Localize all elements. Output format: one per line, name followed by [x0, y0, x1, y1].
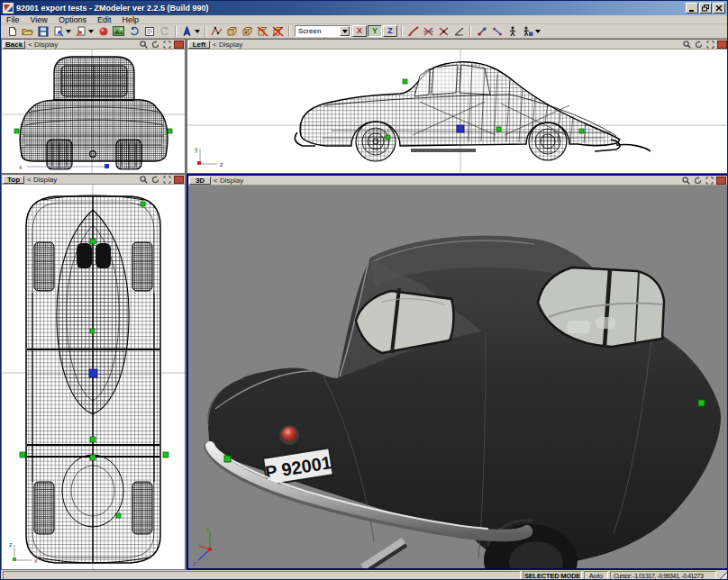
animation-dropdown-arrow[interactable] [535, 30, 541, 33]
render-sphere-button[interactable] [96, 25, 111, 38]
new-file-button[interactable] [5, 25, 20, 38]
ik-tool-icon [492, 26, 503, 37]
svg-text:z: z [193, 560, 196, 566]
viewport-area: Back < Display [1, 39, 728, 570]
viewport-back-display-button[interactable]: < Display [28, 41, 139, 49]
restore-button[interactable] [699, 3, 712, 14]
orbit-icon[interactable] [693, 177, 703, 185]
animation-figure-button[interactable] [520, 25, 535, 38]
resize-grip[interactable] [718, 571, 727, 580]
svg-text:x: x [34, 557, 38, 564]
window-title: 92001 export tests - ZModeler ver 2.2.5 … [16, 4, 685, 13]
viewport-back-name-button[interactable]: Back [3, 41, 25, 49]
maximize-viewport-icon[interactable] [717, 41, 727, 49]
expand-icon[interactable] [162, 41, 172, 49]
export-dropdown-arrow[interactable] [66, 30, 71, 33]
statusbar: SELECTED MODE Auto Cursor: -1.01317, -0.… [1, 570, 728, 580]
menu-help[interactable]: Help [116, 15, 144, 24]
viewport-3d-display-button[interactable]: < Display [214, 177, 681, 185]
combobox-dropdown-button[interactable] [340, 26, 350, 36]
axis-x-button[interactable]: X [352, 25, 367, 37]
expand-icon[interactable] [705, 41, 715, 49]
face-mode-icon [241, 26, 253, 37]
viewport-3d-canvas[interactable]: P 92001 [188, 186, 727, 568]
close-button[interactable] [713, 3, 725, 14]
object-mode-button[interactable] [255, 25, 270, 38]
edge-mode-button[interactable] [224, 25, 240, 38]
viewport-back-canvas[interactable]: x [2, 50, 185, 173]
expand-icon[interactable] [705, 177, 714, 185]
menu-edit[interactable]: Edit [92, 15, 117, 24]
svg-text:y: y [206, 525, 210, 532]
redo-button[interactable] [157, 25, 172, 38]
menu-options[interactable]: Options [53, 15, 92, 24]
menu-file[interactable]: File [1, 15, 25, 24]
measure-tool-button[interactable] [451, 25, 467, 38]
statusbar-auto-toggle[interactable]: Auto [584, 571, 608, 580]
orbit-icon[interactable] [694, 41, 704, 49]
log-panel-button[interactable] [141, 25, 157, 38]
maximize-viewport-icon[interactable] [174, 41, 184, 49]
snap-tool-icon [438, 26, 450, 37]
orbit-icon[interactable] [150, 176, 160, 184]
undo-icon [129, 26, 140, 36]
view-mode-combobox[interactable]: Screen [295, 25, 350, 37]
zoom-icon[interactable] [139, 41, 149, 49]
texture-image-icon [113, 26, 124, 36]
face-mode-button[interactable] [240, 25, 255, 38]
snap-tool-button[interactable] [436, 25, 451, 38]
vertex-mode-icon [211, 26, 223, 37]
ik-tool-button[interactable] [489, 25, 505, 38]
animation-figure-icon [523, 26, 533, 37]
axis-z-button[interactable]: Z [383, 25, 397, 37]
zoom-icon[interactable] [681, 177, 691, 185]
menu-view[interactable]: View [25, 15, 53, 24]
viewport-left-canvas[interactable]: y z [187, 50, 728, 173]
save-icon [38, 26, 49, 37]
titlebar[interactable]: 92001 export tests - ZModeler ver 2.2.5 … [1, 1, 727, 15]
zoom-icon[interactable] [682, 41, 692, 49]
import-file-button[interactable] [73, 25, 88, 38]
axis-y-button[interactable]: Y [368, 25, 382, 37]
save-button[interactable] [35, 25, 50, 38]
orbit-icon[interactable] [150, 41, 160, 49]
viewport-top-name-button[interactable]: Top [3, 176, 24, 184]
undo-button[interactable] [126, 25, 141, 38]
maximize-viewport-icon[interactable] [716, 177, 726, 185]
select-dropdown-arrow[interactable] [195, 30, 200, 33]
vertex-mode-button[interactable] [209, 25, 224, 38]
svg-text:z: z [220, 161, 223, 168]
open-folder-button[interactable] [20, 25, 35, 38]
statusbar-mode: SELECTED MODE [523, 571, 582, 580]
viewport-top: Top < Display [1, 174, 186, 570]
import-dropdown-arrow[interactable] [88, 30, 94, 33]
cut-tool-icon [423, 26, 434, 37]
app-icon [3, 3, 14, 14]
viewport-top-display-button[interactable]: < Display [27, 176, 139, 184]
expand-icon[interactable] [162, 176, 172, 184]
viewport-3d: 3D < Display [187, 174, 728, 570]
bone-tool-button[interactable] [474, 25, 489, 38]
minimize-button[interactable] [686, 3, 698, 14]
toolbar-separator [401, 25, 403, 37]
cut-tool-button[interactable] [421, 25, 436, 38]
statusbar-message-panel [3, 571, 521, 580]
select-arrow-button[interactable] [179, 25, 195, 38]
viewport-left-display-button[interactable]: < Display [213, 41, 682, 49]
close-icon [715, 5, 723, 12]
group-mode-button[interactable] [270, 25, 286, 38]
viewport-left-name-button[interactable]: Left [188, 41, 210, 49]
walk-figure-button[interactable] [505, 25, 520, 38]
maximize-viewport-icon[interactable] [174, 176, 184, 184]
viewport-3d-name-button[interactable]: 3D [189, 177, 211, 185]
export-file-button[interactable] [50, 25, 66, 38]
zoom-icon[interactable] [139, 176, 149, 184]
viewport-top-canvas[interactable]: z x [2, 185, 185, 569]
toolbar-separator [288, 25, 290, 37]
measure-tool-icon [453, 26, 465, 37]
zmodeler-window: 92001 export tests - ZModeler ver 2.2.5 … [0, 0, 728, 580]
render-sphere-icon [98, 26, 109, 37]
texture-image-button[interactable] [111, 25, 126, 38]
paint-tool-button[interactable] [405, 25, 421, 38]
object-mode-icon [257, 26, 268, 37]
